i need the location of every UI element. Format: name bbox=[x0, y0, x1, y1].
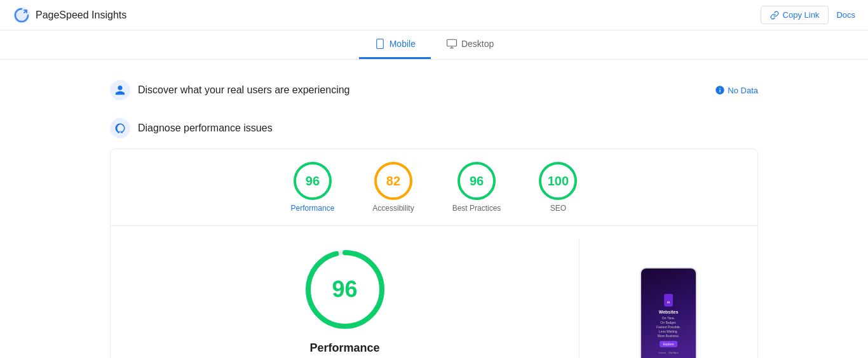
svg-rect-3 bbox=[447, 39, 456, 46]
score-label-seo: SEO bbox=[550, 204, 566, 213]
svg-rect-1 bbox=[376, 39, 383, 49]
performance-section-title: Diagnose performance issues bbox=[138, 123, 758, 134]
phone-screen: m Websites On Time.On Budget.Fastest Pos… bbox=[641, 268, 696, 359]
detail-panel: 96 Performance Values are estimated and … bbox=[111, 226, 757, 358]
tab-navigation: Mobile Desktop bbox=[0, 30, 868, 60]
score-item-performance[interactable]: 96 Performance bbox=[291, 162, 335, 213]
copy-link-button[interactable]: Copy Link bbox=[761, 6, 829, 24]
no-data-badge[interactable]: No Data bbox=[715, 85, 758, 95]
main-content: Discover what your real users are experi… bbox=[97, 60, 771, 358]
link-icon bbox=[770, 11, 779, 20]
score-item-best-practices[interactable]: 96 Best Practices bbox=[452, 162, 501, 213]
big-score-value: 96 bbox=[332, 276, 357, 303]
real-users-icon bbox=[110, 80, 130, 100]
detail-right: m Websites On Time.On Budget.Fastest Pos… bbox=[580, 226, 757, 358]
phone-screen-heading: Websites bbox=[659, 309, 679, 315]
performance-section-header: Diagnose performance issues bbox=[110, 110, 758, 146]
desktop-icon bbox=[446, 38, 458, 50]
app-title: PageSpeed Insights bbox=[36, 10, 126, 21]
score-item-accessibility[interactable]: 82 Accessibility bbox=[372, 162, 414, 213]
big-score-wrapper: 96 bbox=[301, 245, 390, 334]
score-item-seo[interactable]: 100 SEO bbox=[539, 162, 577, 213]
score-panel: 96 Performance 82 Accessibility 96 Best … bbox=[110, 149, 758, 358]
score-label-accessibility: Accessibility bbox=[372, 204, 414, 213]
header: PageSpeed Insights Copy Link Docs bbox=[0, 0, 868, 30]
logo: PageSpeed Insights bbox=[13, 6, 126, 24]
pagespeed-logo-icon bbox=[13, 6, 31, 24]
performance-icon bbox=[110, 118, 130, 138]
score-circle-accessibility: 82 bbox=[374, 162, 412, 200]
score-label-performance: Performance bbox=[291, 204, 335, 213]
mobile-icon bbox=[374, 38, 386, 50]
score-label-best-practices: Best Practices bbox=[452, 204, 501, 213]
docs-link[interactable]: Docs bbox=[836, 10, 855, 20]
phone-screen-sub: On Time.On Budget.Fastest Possible.Less … bbox=[656, 316, 681, 338]
real-users-title: Discover what your real users are experi… bbox=[138, 84, 707, 96]
phone-mockup: m Websites On Time.On Budget.Fastest Pos… bbox=[640, 267, 697, 359]
phone-logos: Canon HubSpot bbox=[658, 351, 678, 354]
info-icon bbox=[715, 85, 725, 95]
detail-left: 96 Performance Values are estimated and … bbox=[111, 226, 579, 358]
big-score-title: Performance bbox=[309, 341, 379, 355]
tab-desktop[interactable]: Desktop bbox=[431, 30, 509, 59]
score-circle-best-practices: 96 bbox=[458, 162, 496, 200]
tab-mobile[interactable]: Mobile bbox=[359, 30, 431, 59]
header-actions: Copy Link Docs bbox=[761, 6, 855, 24]
score-circle-seo: 100 bbox=[539, 162, 577, 200]
score-circle-performance: 96 bbox=[294, 162, 332, 200]
real-users-section-header: Discover what your real users are experi… bbox=[110, 72, 758, 108]
scores-row: 96 Performance 82 Accessibility 96 Best … bbox=[111, 149, 757, 226]
phone-cta-button: Explore bbox=[660, 341, 678, 347]
